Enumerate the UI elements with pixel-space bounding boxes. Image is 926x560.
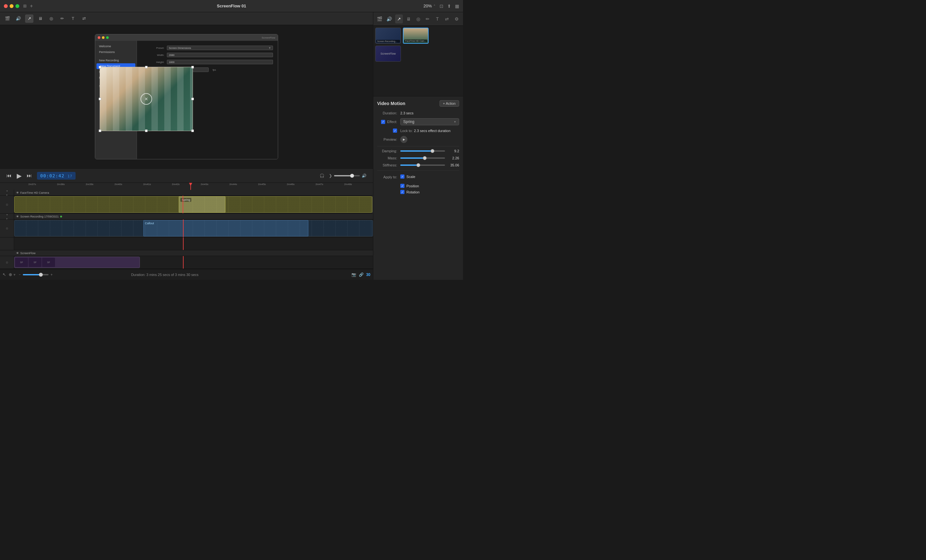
stiffness-slider[interactable]	[400, 165, 445, 166]
traffic-lights[interactable]	[4, 4, 19, 8]
stiffness-thumb[interactable]	[416, 163, 420, 167]
audio-tool-btn[interactable]: 🔊	[14, 14, 23, 23]
camera-icon[interactable]: 📷	[351, 272, 356, 277]
video-tool-btn[interactable]: 🎬	[3, 14, 12, 23]
handle-bottom-left[interactable]	[99, 130, 101, 132]
video-overlay[interactable]: ✕	[100, 67, 193, 131]
damping-row: Damping: 9.2	[377, 149, 459, 153]
video-inner: ✕	[100, 67, 192, 131]
mass-slider[interactable]	[400, 157, 445, 159]
text-tool-btn[interactable]: T	[69, 14, 77, 23]
rt-callout-icon[interactable]: ◎	[415, 14, 422, 23]
zoom-thumb[interactable]	[39, 273, 43, 277]
timeline-ruler[interactable]: 2m37s 2m38s 2m39s 2m40s 2m41s 2m42s 2m43…	[0, 183, 373, 190]
fast-forward-button[interactable]: ⏭	[27, 173, 32, 179]
sm-menu-permissions[interactable]: Permissions	[95, 49, 137, 55]
share-icon[interactable]: ⬆	[447, 3, 451, 9]
mock-url: ScreenFlow	[262, 36, 275, 39]
sf-track-eye-icon[interactable]: 👁	[16, 252, 19, 255]
minimize-button[interactable]	[10, 4, 14, 8]
media-thumb-screen[interactable]: Screen Recording...	[375, 28, 401, 44]
sf-track-row[interactable]: ⊙ SF SF SF	[0, 256, 373, 269]
volume-thumb[interactable]	[350, 174, 354, 178]
mass-fill	[400, 157, 425, 159]
sm-menu-new-recording[interactable]: New Recording	[95, 57, 137, 63]
close-button[interactable]	[4, 4, 8, 8]
screen-track-eye[interactable]: ⊙	[6, 227, 8, 230]
apply-scale-checkbox[interactable]: ✓	[400, 174, 404, 179]
callout-region[interactable]: Callout	[144, 220, 308, 237]
screen-tool-btn[interactable]: 🖥	[36, 14, 44, 23]
zoom-track[interactable]	[23, 274, 48, 275]
rt-audio-icon[interactable]: 🔊	[386, 14, 393, 23]
apply-rotation-checkbox[interactable]: ✓	[400, 190, 404, 194]
media-thumb-sf[interactable]: ScreenFlow	[375, 45, 401, 62]
zoom-in-icon[interactable]: ＋	[50, 272, 53, 277]
facetime-track-row[interactable]: ⊙ Spring	[0, 196, 373, 214]
spring-highlight[interactable]: Spring	[179, 196, 225, 213]
screen-track-eye-icon[interactable]: 👁	[16, 215, 19, 218]
handle-bottom-right[interactable]	[191, 130, 194, 132]
sm-menu-welcome[interactable]: Welcome	[95, 43, 137, 49]
apply-position-checkbox[interactable]: ✓	[400, 184, 404, 188]
arrow-tool-btn[interactable]: ↖	[3, 272, 6, 277]
sidebar-toggle-icon[interactable]: ⊞	[23, 3, 27, 8]
preview-play-button[interactable]: ▶	[400, 136, 407, 143]
volume-slider-track[interactable]	[334, 175, 360, 177]
rt-video-icon[interactable]: 🎬	[376, 14, 384, 23]
zoom-stepper-icon[interactable]: ⌃	[433, 4, 436, 8]
handle-mid-left[interactable]	[99, 98, 101, 100]
handle-top-mid[interactable]	[145, 66, 148, 68]
effect-checkbox[interactable]: ✓	[381, 120, 385, 124]
track-expand-1[interactable]: ▾	[6, 190, 8, 192]
facetime-track-eye[interactable]: ⊙	[6, 203, 8, 206]
handle-top-right[interactable]	[191, 66, 194, 68]
sf-clip[interactable]: SF SF SF	[14, 257, 140, 268]
rt-annotation-icon[interactable]: ✏	[424, 14, 431, 23]
lock-checkbox[interactable]: ✓	[393, 128, 397, 133]
preview-area: ScreenFlow Welcome Permissions New Recor…	[0, 25, 373, 168]
lock-value: 2.3 secs effect duration	[414, 129, 451, 133]
rt-motion-icon[interactable]: ↗	[395, 14, 403, 23]
speaker-prev-icon[interactable]: ❯	[329, 174, 332, 178]
zoom-out-icon[interactable]: －	[18, 272, 21, 277]
damping-thumb[interactable]	[431, 149, 434, 153]
damping-slider[interactable]	[400, 150, 445, 152]
fullscreen-button[interactable]	[15, 4, 19, 8]
media-thumb-facetime[interactable]: FaceTime HD Cam...	[403, 28, 428, 44]
annotation-tool-btn[interactable]: ✏	[58, 14, 66, 23]
handle-top-left[interactable]	[99, 66, 101, 68]
transition-tool-btn[interactable]: ⇄	[80, 14, 88, 23]
zoom-value: 20%	[424, 3, 432, 8]
add-clip-btn[interactable]: ⊕	[9, 272, 12, 277]
sm-width-input[interactable]: 2880	[167, 53, 273, 57]
add-menu-button[interactable]: +	[30, 3, 33, 9]
facetime-track-name: 👁 FaceTime HD Camera	[14, 191, 373, 195]
play-button[interactable]: ▶	[17, 172, 21, 180]
handle-mid-right[interactable]	[191, 98, 194, 100]
screen-track-row[interactable]: ⊙ Callout	[0, 219, 373, 237]
link-icon[interactable]: 🔗	[359, 272, 364, 277]
sf-track-eye[interactable]: ⊙	[6, 261, 8, 264]
rt-text-icon[interactable]: T	[433, 14, 441, 23]
track-eye-icon-1[interactable]: 👁	[16, 191, 19, 195]
add-clip-dropdown[interactable]: ▾	[14, 272, 15, 277]
handle-bottom-mid[interactable]	[145, 130, 148, 132]
ruler-2m40: 2m40s	[115, 183, 122, 186]
motion-tool-btn[interactable]: ↗	[25, 14, 33, 23]
rewind-button[interactable]: ⏮	[6, 173, 12, 179]
rt-settings-icon[interactable]: ⚙	[453, 14, 460, 23]
mass-thumb[interactable]	[423, 156, 427, 160]
fit-screen-icon[interactable]: ⊡	[440, 3, 443, 9]
rt-transition-icon[interactable]: ⇄	[443, 14, 451, 23]
effect-dropdown[interactable]: Spring ▼	[400, 118, 459, 125]
track-expand-2[interactable]: ▾	[6, 213, 8, 216]
screen-track-indicator	[60, 216, 62, 217]
zoom-control[interactable]: 20% ⌃	[424, 3, 436, 8]
sm-preset-input[interactable]: Screen Dimensions ▼	[167, 45, 273, 50]
panel-toggle-icon[interactable]: ▦	[455, 3, 459, 9]
action-button[interactable]: + Action	[440, 100, 459, 107]
callout-tool-btn[interactable]: ◎	[47, 14, 55, 23]
rt-screen-icon[interactable]: 🖥	[405, 14, 413, 23]
sm-height-input[interactable]: 1800	[167, 60, 273, 64]
